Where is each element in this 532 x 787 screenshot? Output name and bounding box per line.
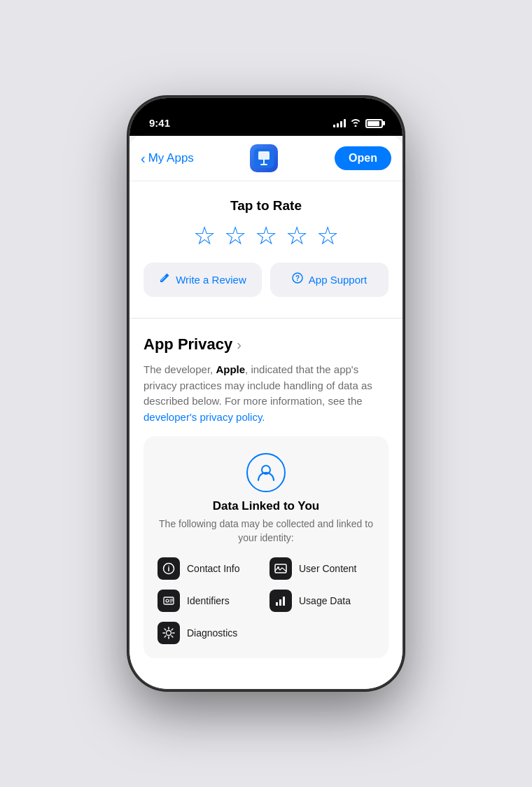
user-content-icon [270, 557, 292, 580]
privacy-policy-link[interactable]: developer's privacy policy. [144, 411, 265, 423]
app-content[interactable]: ‹ My Apps Open Ta [130, 136, 402, 689]
privacy-card: Data Linked to You The following data ma… [144, 436, 388, 658]
svg-rect-18 [279, 599, 281, 606]
svg-line-27 [172, 629, 173, 630]
tap-to-rate-title: Tap to Rate [144, 198, 388, 214]
svg-text:?: ? [295, 274, 300, 282]
app-icon [250, 144, 278, 172]
status-icons [333, 118, 383, 129]
question-circle-icon: ? [292, 272, 303, 287]
chevron-left-icon: ‹ [141, 151, 146, 165]
back-label: My Apps [148, 151, 194, 165]
svg-point-20 [167, 631, 172, 636]
person-icon-circle [246, 453, 286, 492]
data-item-contact-info: i Contact Info [158, 557, 262, 580]
phone-screen: 9:41 [130, 98, 402, 689]
privacy-card-subtitle: The following data may be collected and … [158, 517, 374, 545]
data-item-identifiers: Identifiers [158, 590, 262, 612]
diagnostics-label: Diagnostics [187, 627, 237, 639]
nav-bar: ‹ My Apps Open [130, 136, 402, 181]
status-time: 9:41 [149, 117, 170, 129]
privacy-section-header[interactable]: App Privacy › [144, 335, 388, 354]
star-3[interactable]: ☆ [255, 223, 277, 249]
contact-info-icon: i [158, 557, 180, 580]
diagnostics-icon [158, 622, 180, 644]
data-item-usage-data: Usage Data [270, 590, 374, 612]
svg-rect-19 [283, 597, 285, 606]
privacy-description: The developer, Apple, indicated that the… [144, 362, 388, 425]
svg-rect-1 [258, 152, 270, 160]
star-2[interactable]: ☆ [224, 223, 246, 249]
wifi-icon [350, 118, 361, 129]
svg-line-25 [164, 629, 166, 630]
signal-icon [333, 119, 346, 127]
usage-data-icon [270, 590, 292, 612]
stars-row: ☆ ☆ ☆ ☆ ☆ [144, 223, 388, 249]
svg-point-11 [277, 566, 279, 569]
open-button[interactable]: Open [335, 146, 391, 170]
user-content-label: User Content [299, 563, 356, 574]
svg-point-13 [166, 599, 169, 602]
battery-icon [365, 119, 383, 128]
person-icon-container [158, 453, 374, 492]
app-support-label: App Support [309, 274, 367, 286]
usage-data-label: Usage Data [299, 595, 351, 606]
identifiers-label: Identifiers [187, 595, 230, 606]
dynamic-island [224, 106, 308, 130]
back-button[interactable]: ‹ My Apps [141, 151, 194, 165]
write-review-label: Write a Review [176, 274, 246, 286]
phone-frame: 9:41 [130, 98, 402, 689]
star-1[interactable]: ☆ [193, 223, 216, 249]
write-review-button[interactable]: Write a Review [144, 263, 262, 297]
star-4[interactable]: ☆ [286, 223, 308, 249]
edit-icon [159, 272, 170, 287]
identifiers-icon [158, 590, 180, 612]
app-support-button[interactable]: ? App Support [270, 263, 388, 297]
main-content: Tap to Rate ☆ ☆ ☆ ☆ ☆ Wri [130, 181, 402, 675]
star-5[interactable]: ☆ [316, 223, 339, 249]
svg-line-28 [164, 636, 166, 637]
svg-rect-17 [276, 602, 278, 606]
contact-info-label: Contact Info [187, 563, 240, 574]
data-items-grid: i Contact Info [158, 557, 374, 644]
status-bar: 9:41 [130, 98, 402, 136]
privacy-card-title: Data Linked to You [158, 499, 374, 513]
svg-line-26 [172, 636, 173, 637]
privacy-chevron-icon: › [237, 337, 241, 353]
action-buttons: Write a Review ? App Support [144, 263, 388, 297]
divider [130, 318, 402, 319]
data-item-diagnostics: Diagnostics [158, 622, 262, 644]
svg-text:i: i [167, 564, 169, 573]
privacy-section-title: App Privacy [144, 335, 232, 354]
data-item-user-content: User Content [270, 557, 374, 580]
